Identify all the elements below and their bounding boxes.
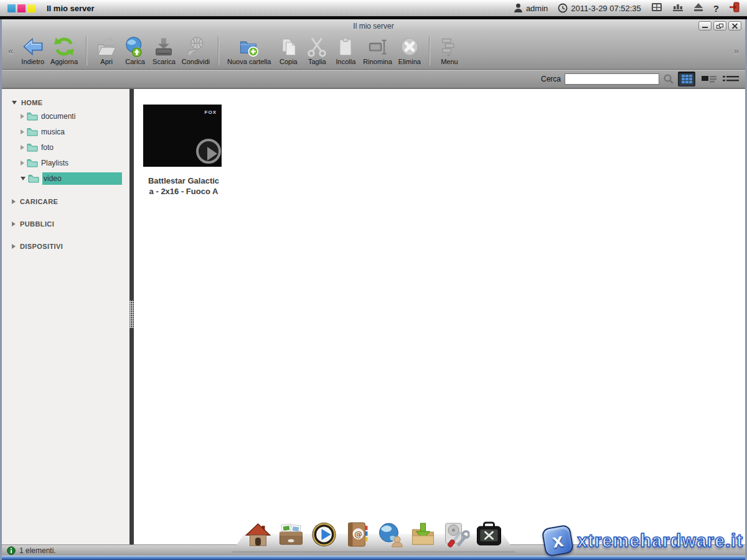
- grid-icon: [651, 2, 662, 12]
- collapse-arrow-icon[interactable]: [12, 199, 16, 204]
- system-topbar: Il mio server admin 2011-3-29 07:52:35 ?: [0, 0, 747, 16]
- brand-square-blue: [7, 4, 16, 12]
- folder-icon: [27, 112, 38, 121]
- new-folder-button[interactable]: Nuova cartella: [225, 35, 273, 67]
- collapse-toolbar-button[interactable]: «: [6, 45, 16, 56]
- collapse-arrow-icon[interactable]: [21, 145, 24, 150]
- search-icon[interactable]: [663, 73, 674, 85]
- window-controls: [698, 21, 741, 30]
- thumbnails-view-icon: [682, 75, 692, 83]
- user-name: admin: [526, 4, 548, 13]
- paste-button[interactable]: Incolla: [332, 35, 359, 67]
- collapse-arrow-icon[interactable]: [21, 129, 24, 134]
- datetime-text: 2011-3-29 07:52:35: [571, 4, 641, 13]
- download-button[interactable]: Scarica: [151, 35, 177, 67]
- status-text: 1 elementi.: [19, 546, 56, 555]
- restore-button[interactable]: [713, 21, 726, 30]
- sidebar-splitter[interactable]: [129, 89, 134, 544]
- sidebar-item-foto[interactable]: foto: [21, 139, 129, 155]
- cut-icon: [306, 36, 328, 57]
- folder-icon: [27, 143, 38, 152]
- window-switcher-button[interactable]: [651, 2, 662, 14]
- upload-button[interactable]: Carica: [122, 35, 148, 67]
- brand-logo: [7, 4, 35, 12]
- copy-button[interactable]: Copia: [275, 35, 301, 67]
- sidebar-item-playlists[interactable]: Playlists: [21, 155, 129, 170]
- open-button[interactable]: Apri: [93, 35, 120, 67]
- cut-button[interactable]: Taglia: [304, 35, 330, 67]
- minimize-button[interactable]: [698, 21, 712, 30]
- expand-arrow-icon[interactable]: [12, 101, 17, 105]
- dock-toolbox-icon[interactable]: [476, 521, 503, 548]
- user-icon: [514, 3, 523, 13]
- delete-button[interactable]: Elimina: [397, 35, 423, 67]
- brand-square-yellow: [27, 4, 35, 12]
- rename-button[interactable]: Rinomina: [361, 35, 393, 67]
- sidebar-item-home[interactable]: HOME: [12, 97, 129, 108]
- menu-icon: [438, 36, 461, 57]
- system-title: Il mio server: [47, 4, 95, 13]
- dock-web-contacts-icon[interactable]: [377, 521, 404, 548]
- view-thumbnails-button[interactable]: [678, 72, 695, 86]
- back-button[interactable]: Indietro: [19, 35, 46, 67]
- file-item-video[interactable]: FOX Battlestar Galactic a - 2x16 - Fuoco…: [143, 105, 224, 197]
- share-icon: [184, 36, 207, 57]
- background-tasks-button[interactable]: [672, 3, 684, 13]
- collapse-arrow-icon[interactable]: [12, 244, 16, 249]
- file-name: Battlestar Galactic a - 2x16 - Fuoco A: [143, 175, 224, 197]
- download-box-icon: [153, 36, 175, 57]
- menu-button[interactable]: Menu: [436, 35, 463, 67]
- collapse-arrow-icon[interactable]: [21, 161, 24, 166]
- dock-media-player-icon[interactable]: [311, 521, 338, 548]
- dock-photos-icon[interactable]: [278, 521, 305, 548]
- brand-square-pink: [17, 4, 26, 12]
- dock-disk-utility-icon[interactable]: [443, 521, 470, 548]
- dock-downloads-icon[interactable]: [410, 521, 437, 548]
- expand-arrow-icon[interactable]: [21, 177, 26, 180]
- sidebar-item-caricare[interactable]: CARICARE: [12, 197, 129, 206]
- close-button[interactable]: [728, 21, 741, 30]
- sidebar-item-documenti[interactable]: documenti: [21, 108, 129, 124]
- user-menu[interactable]: admin: [514, 3, 548, 13]
- sidebar-item-musica[interactable]: musica: [21, 124, 129, 139]
- list-view-icon[interactable]: [702, 75, 716, 83]
- toolbar-separator: [218, 37, 219, 65]
- refresh-icon: [53, 36, 75, 57]
- logout-button[interactable]: [729, 2, 740, 14]
- nav-group: Indietro Aggiorna: [16, 35, 83, 67]
- search-input[interactable]: [565, 73, 659, 85]
- menu-group: Menu: [433, 35, 466, 67]
- eject-button[interactable]: [693, 3, 703, 13]
- details-view-icon[interactable]: [723, 75, 739, 83]
- dock-home-icon[interactable]: [245, 521, 272, 548]
- refresh-button[interactable]: Aggiorna: [49, 35, 80, 67]
- toolbar-separator: [86, 37, 87, 65]
- search-bar: Cerca: [2, 70, 745, 89]
- play-icon[interactable]: [196, 139, 221, 164]
- window-title: Il mio server: [353, 22, 393, 30]
- window-titlebar[interactable]: Il mio server: [2, 19, 745, 32]
- screen: Il mio server admin 2011-3-29 07:52:35 ?: [0, 0, 747, 560]
- open-folder-icon: [95, 36, 118, 57]
- sidebar-item-dispositivi[interactable]: DISPOSITIVI: [12, 242, 129, 251]
- collapse-arrow-icon[interactable]: [21, 114, 24, 119]
- sidebar-item-video[interactable]: video: [21, 170, 129, 186]
- sidebar-item-pubblici[interactable]: PUBBLICI: [12, 220, 129, 228]
- share-button[interactable]: Condividi: [180, 35, 212, 67]
- clock-icon: [558, 3, 568, 13]
- svg-text:@: @: [354, 530, 362, 539]
- overflow-toolbar-button[interactable]: »: [731, 45, 741, 56]
- tasks-icon: [672, 3, 684, 11]
- transfer-group: Apri Carica Scarica Condividi: [90, 35, 215, 67]
- copy-icon: [277, 36, 299, 57]
- info-icon: [7, 546, 16, 555]
- help-button[interactable]: ?: [713, 3, 719, 14]
- collapse-arrow-icon[interactable]: [12, 222, 16, 226]
- sidebar-tree: HOME documenti musica foto: [2, 89, 129, 544]
- logout-icon: [729, 2, 740, 12]
- search-label: Cerca: [541, 75, 561, 83]
- file-grid: FOX Battlestar Galactic a - 2x16 - Fuoco…: [134, 89, 745, 544]
- dock-address-book-icon[interactable]: @: [344, 521, 371, 548]
- video-thumbnail[interactable]: FOX: [143, 105, 222, 167]
- back-icon: [22, 36, 44, 57]
